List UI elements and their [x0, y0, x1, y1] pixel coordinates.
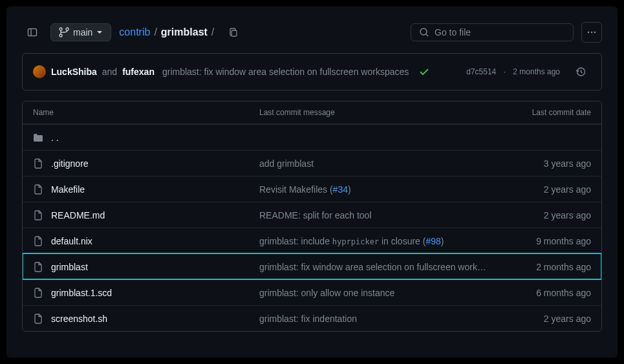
issue-link[interactable]: #98: [425, 236, 440, 246]
row-commit-message[interactable]: grimblast: fix window area selection on …: [259, 262, 500, 272]
table-row: screenshot.shgrimblast: fix indentation2…: [23, 305, 601, 331]
file-search-input-wrap[interactable]: [411, 23, 574, 41]
file-table: Name Last commit message Last commit dat…: [22, 101, 602, 332]
file-link[interactable]: default.nix: [51, 236, 92, 246]
issue-link[interactable]: #34: [333, 184, 348, 195]
caret-down-icon: [96, 29, 103, 36]
table-row: default.nixgrimblast: include hyprpicker…: [23, 228, 601, 253]
svg-rect-0: [28, 29, 37, 36]
branch-name: main: [73, 27, 92, 37]
row-date: 6 months ago: [500, 288, 591, 298]
table-row: grimblastgrimblast: fix window area sele…: [23, 253, 601, 279]
breadcrumb-parent-link[interactable]: contrib: [119, 27, 150, 38]
latest-commit-bar: LuckShiba and fufexan grimblast: fix win…: [22, 53, 602, 91]
kebab-menu-button[interactable]: [581, 22, 602, 43]
row-commit-message[interactable]: README: split for each tool: [259, 210, 500, 220]
row-commit-message[interactable]: add grimblast: [259, 158, 500, 169]
avatar: [33, 65, 46, 78]
check-icon[interactable]: [419, 67, 429, 77]
row-commit-message[interactable]: Revisit Makefiles (#34): [259, 184, 500, 195]
row-date: 2 years ago: [500, 210, 591, 220]
file-link[interactable]: README.md: [51, 210, 105, 220]
search-icon: [419, 27, 429, 37]
file-link[interactable]: Makefile: [51, 184, 85, 195]
file-icon: [33, 262, 43, 272]
folder-icon: [33, 133, 43, 143]
table-row: .gitignoreadd grimblast3 years ago: [23, 150, 601, 176]
row-commit-message[interactable]: grimblast: only allow one instance: [259, 288, 500, 298]
row-commit-message[interactable]: grimblast: fix indentation: [259, 314, 500, 324]
row-date: 3 years ago: [500, 158, 591, 169]
breadcrumb: contrib / grimblast /: [119, 27, 215, 38]
file-icon: [33, 236, 43, 246]
commit-date: 2 months ago: [513, 67, 560, 76]
file-icon: [33, 158, 43, 169]
file-search-input[interactable]: [435, 27, 565, 37]
copy-path-button[interactable]: [223, 22, 244, 43]
row-date: 2 months ago: [500, 262, 591, 272]
commit-author[interactable]: LuckShiba: [51, 67, 97, 77]
commit-sha[interactable]: d7c5514: [466, 67, 496, 76]
svg-point-3: [420, 28, 427, 35]
sidebar-toggle-button[interactable]: [22, 22, 43, 43]
header-date: Last commit date: [500, 108, 591, 117]
table-row: MakefileRevisit Makefiles (#34)2 years a…: [23, 176, 601, 202]
svg-point-6: [591, 32, 593, 34]
svg-rect-2: [231, 30, 237, 36]
file-icon: [33, 288, 43, 298]
svg-point-5: [588, 32, 590, 34]
table-row: README.mdREADME: split for each tool2 ye…: [23, 202, 601, 228]
file-link[interactable]: grimblast.1.scd: [51, 288, 112, 298]
header-message: Last commit message: [259, 108, 500, 117]
table-header: Name Last commit message Last commit dat…: [23, 102, 601, 124]
row-date: 2 years ago: [500, 314, 591, 324]
branch-selector-button[interactable]: main: [50, 23, 111, 41]
commit-message[interactable]: grimblast: fix window area selection on …: [162, 67, 409, 77]
file-icon: [33, 314, 43, 324]
file-link[interactable]: screenshot.sh: [51, 314, 107, 324]
svg-point-7: [594, 32, 596, 34]
file-icon: [33, 184, 43, 195]
breadcrumb-current: grimblast: [161, 27, 208, 38]
history-button[interactable]: [570, 61, 591, 82]
parent-dir-row[interactable]: . .: [23, 124, 601, 150]
git-branch-icon: [59, 27, 69, 37]
parent-dir-label[interactable]: . .: [51, 133, 59, 143]
table-row: grimblast.1.scdgrimblast: only allow one…: [23, 279, 601, 305]
file-icon: [33, 210, 43, 220]
file-link[interactable]: .gitignore: [51, 158, 89, 169]
svg-line-4: [426, 34, 428, 36]
file-link[interactable]: grimblast: [51, 262, 88, 272]
row-date: 2 years ago: [500, 184, 591, 195]
commit-author[interactable]: fufexan: [122, 67, 155, 77]
row-commit-message[interactable]: grimblast: include hyprpicker in closure…: [259, 236, 500, 246]
header-name: Name: [33, 108, 259, 117]
row-date: 9 months ago: [500, 236, 591, 246]
